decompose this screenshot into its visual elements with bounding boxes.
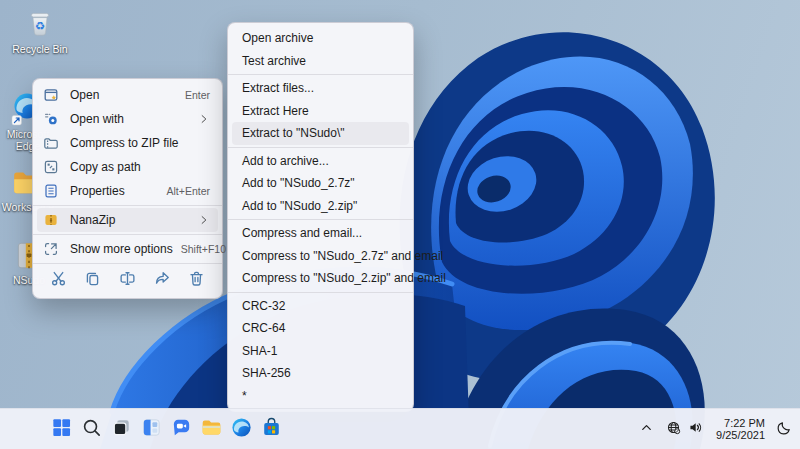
menu-item-label: NanaZip [70,213,190,227]
zip-folder-icon [43,135,59,151]
taskbar-widgets-button[interactable] [136,412,166,446]
context-menu-items: OpenEnterOpen withCompress to ZIP fileCo… [37,83,218,264]
chat-icon [170,416,193,442]
cut-button[interactable] [45,267,71,293]
desktop-icon-recycle-bin[interactable]: ♻Recycle Bin [9,5,71,55]
desktop-icon-label: Recycle Bin [12,43,67,55]
do-not-disturb-button[interactable] [774,418,794,441]
date-label: 9/25/2021 [716,429,765,442]
store-icon [260,416,283,442]
menu-separator [228,219,413,220]
menu-item-copy-as-path[interactable]: Copy as path [37,155,218,179]
submenu-item-item[interactable]: * [232,385,409,408]
taskbar-edge-button[interactable] [226,412,256,446]
taskbar-buttons [46,409,286,449]
menu-item-label: Open with [70,112,190,126]
menu-item-compress-to-zip-file[interactable]: Compress to ZIP file [37,131,218,155]
copy-icon [84,270,101,290]
taskbar-store-button[interactable] [256,412,286,446]
menu-item-show-more-options[interactable]: Show more optionsShift+F10 [37,237,218,261]
submenu-item-label: Add to "NSudo_2.7z" [242,176,399,190]
submenu-item-label: Extract to "NSudo\" [242,126,399,140]
menu-separator [33,205,222,206]
submenu-item-add-to-nsudo-2-7z[interactable]: Add to "NSudo_2.7z" [232,172,409,195]
network-globe-icon [666,420,681,438]
submenu-item-crc-32[interactable]: CRC-32 [232,295,409,318]
submenu-item-label: Compress to "NSudo_2.7z" and email [242,249,443,263]
delete-button[interactable] [184,267,210,293]
volume-icon [688,420,703,438]
widgets-icon [140,416,163,442]
nanazip-submenu: Open archiveTest archiveExtract files...… [227,22,414,412]
menu-shortcut: Enter [185,89,210,101]
taskbar-file-explorer-button[interactable] [196,412,226,446]
taskbar-search-button[interactable] [76,412,106,446]
search-icon [80,416,103,442]
submenu-item-label: Add to archive... [242,154,399,168]
menu-item-label: Open [70,88,177,102]
desktop[interactable]: ♻Recycle BinMicrosoft EdgeWorkspaceNSudo… [0,0,800,449]
menu-separator [228,292,413,293]
context-menu: OpenEnterOpen withCompress to ZIP fileCo… [32,78,223,299]
delete-icon [188,270,205,290]
submenu-item-extract-files[interactable]: Extract files... [232,77,409,100]
submenu-item-open-archive[interactable]: Open archive [232,27,409,50]
submenu-item-test-archive[interactable]: Test archive [232,50,409,73]
edge-circle-icon [230,416,253,442]
open-app-icon [43,87,59,103]
submenu-item-extract-here[interactable]: Extract Here [232,100,409,123]
submenu-item-crc-64[interactable]: CRC-64 [232,317,409,340]
submenu-item-add-to-archive[interactable]: Add to archive... [232,150,409,173]
moon-icon [776,420,792,439]
network-button[interactable] [664,418,683,440]
chevron-right-icon [198,214,210,226]
submenu-item-compress-and-email[interactable]: Compress and email... [232,222,409,245]
submenu-item-label: Open archive [242,31,399,45]
menu-separator [228,147,413,148]
menu-separator [228,74,413,75]
hidden-icons-button[interactable] [637,418,656,440]
submenu-item-label: Test archive [242,54,399,68]
submenu-item-label: CRC-32 [242,299,399,313]
file-explorer-icon [200,416,223,442]
submenu-item-label: CRC-64 [242,321,399,335]
cut-icon [50,270,67,290]
copy-button[interactable] [80,267,106,293]
menu-shortcut: Shift+F10 [181,243,226,255]
menu-item-label: Show more options [70,242,173,256]
share-button[interactable] [149,267,175,293]
menu-separator [33,263,222,264]
taskbar: 7:22 PM 9/25/2021 [0,408,800,449]
submenu-item-extract-to-nsudo[interactable]: Extract to "NSudo\" [232,122,409,145]
menu-item-open[interactable]: OpenEnter [37,83,218,107]
quick-actions-bar [37,266,218,294]
share-icon [154,270,171,290]
submenu-item-add-to-nsudo-2-zip[interactable]: Add to "NSudo_2.zip" [232,195,409,218]
submenu-item-compress-to-nsudo-2-7z-and-email[interactable]: Compress to "NSudo_2.7z" and email [232,245,409,268]
volume-button[interactable] [686,418,705,440]
submenu-item-sha-256[interactable]: SHA-256 [232,362,409,385]
system-tray: 7:22 PM 9/25/2021 [637,409,794,449]
taskbar-chat-button[interactable] [166,412,196,446]
menu-item-nanazip[interactable]: NanaZip [37,208,218,232]
menu-separator [33,234,222,235]
menu-item-open-with[interactable]: Open with [37,107,218,131]
menu-item-label: Copy as path [70,160,210,174]
clock[interactable]: 7:22 PM 9/25/2021 [716,417,765,442]
menu-item-properties[interactable]: PropertiesAlt+Enter [37,179,218,203]
open-with-icon [43,111,59,127]
submenu-item-sha-1[interactable]: SHA-1 [232,340,409,363]
menu-item-label: Compress to ZIP file [70,136,210,150]
rename-icon [119,270,136,290]
expand-icon [43,241,59,257]
submenu-item-label: Add to "NSudo_2.zip" [242,199,399,213]
submenu-item-label: Compress to "NSudo_2.zip" and email [242,271,446,285]
taskbar-task-view-button[interactable] [106,412,136,446]
submenu-item-label: SHA-256 [242,366,399,380]
rename-button[interactable] [114,267,140,293]
submenu-item-label: SHA-1 [242,344,399,358]
taskbar-start-button[interactable] [46,412,76,446]
submenu-item-compress-to-nsudo-2-zip-and-email[interactable]: Compress to "NSudo_2.zip" and email [232,267,409,290]
recycle-bin-icon: ♻ [23,5,57,41]
time-label: 7:22 PM [716,417,765,430]
